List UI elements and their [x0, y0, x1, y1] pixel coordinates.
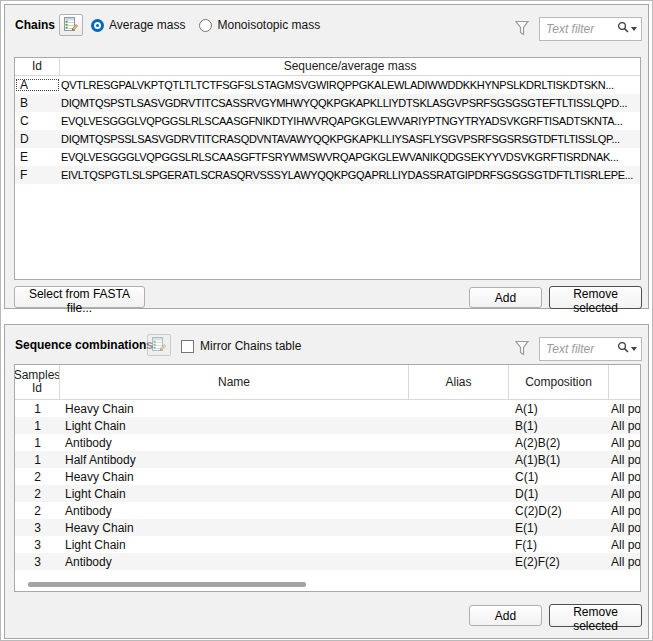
filter-funnel-icon[interactable]	[514, 20, 530, 40]
search-dropdown-button[interactable]	[617, 341, 641, 357]
chains-panel-title: Chains	[15, 18, 55, 32]
cell-name: Half Antibody	[60, 453, 409, 467]
chains-text-filter-input[interactable]	[540, 22, 617, 36]
monoisotopic-mass-radio[interactable]: Monoisotopic mass	[199, 18, 320, 32]
cell-samples-id: 1	[15, 402, 60, 416]
cell-composition: A(2)B(2)	[509, 436, 609, 450]
cell-id[interactable]: A	[15, 78, 60, 92]
cell-name: Light Chain	[60, 487, 409, 501]
chains-table: Id Sequence/average mass A QVTLRESGPALVK…	[14, 57, 641, 280]
table-row[interactable]: 2 Antibody C(2)D(2) All po	[15, 502, 640, 519]
cell-samples-id: 3	[15, 538, 60, 552]
monoisotopic-mass-label: Monoisotopic mass	[217, 18, 320, 32]
combinations-text-filter	[539, 337, 642, 361]
cell-name: Light Chain	[60, 538, 409, 552]
table-row[interactable]: 1 Antibody A(2)B(2) All po	[15, 434, 640, 451]
cell-sequence: QVTLRESGPALVKPTQTLTLTCTFSGFSLSTAGMSVGWIR…	[60, 79, 640, 91]
combinations-add-button[interactable]: Add	[469, 605, 542, 626]
chains-remove-selected-button[interactable]: Remove selected	[549, 286, 642, 309]
column-header-id[interactable]: Id	[15, 58, 60, 75]
cell-positions: All po	[609, 504, 640, 518]
cell-sequence: EVQLVESGGGLVQPGGSLRLSCAASGFTFSRYWMSWVRQA…	[60, 151, 640, 163]
search-icon	[617, 341, 630, 357]
column-header-samples-id[interactable]: Samples Id	[15, 365, 60, 399]
table-row[interactable]: 1 Half Antibody A(1)B(1) All po	[15, 451, 640, 468]
chains-table-header: Id Sequence/average mass	[15, 58, 640, 76]
select-from-fasta-button[interactable]: Select from FASTA file...	[14, 286, 145, 308]
edit-combinations-table-button[interactable]	[147, 334, 171, 356]
checkbox-unchecked-icon	[181, 340, 194, 353]
cell-sequence: EIVLTQSPGTLSLSPGERATLSCRASQRVSSSYLAWYQQK…	[60, 169, 640, 181]
combinations-table-header: Samples Id Name Alias Composition	[15, 365, 640, 400]
table-row[interactable]: D DIQMTQSPSSLSASVGDRVTITCRASQDVNTAVAWYQQ…	[15, 130, 640, 148]
mass-mode-radio-group: Average mass Monoisotopic mass	[91, 18, 320, 32]
search-dropdown-button[interactable]	[617, 21, 641, 37]
sequence-combinations-panel: Sequence combinations Mirror Chains tabl…	[4, 324, 649, 639]
table-row[interactable]: C EVQLVESGGGLVQPGGSLRLSCAASGFNIKDTYIHWVR…	[15, 112, 640, 130]
cell-name: Antibody	[60, 504, 409, 518]
cell-name: Light Chain	[60, 419, 409, 433]
cell-id[interactable]: F	[15, 168, 60, 182]
cell-samples-id: 3	[15, 521, 60, 535]
table-row[interactable]: 3 Antibody E(2)F(2) All po	[15, 553, 640, 570]
cell-samples-id: 2	[15, 504, 60, 518]
table-row[interactable]: 1 Light Chain B(1) All po	[15, 417, 640, 434]
cell-composition: F(1)	[509, 538, 609, 552]
cell-positions: All po	[609, 419, 640, 433]
column-header-positions[interactable]	[609, 365, 640, 399]
cell-id[interactable]: D	[15, 132, 60, 146]
radio-unselected-icon	[199, 19, 212, 32]
cell-samples-id: 2	[15, 487, 60, 501]
cell-positions: All po	[609, 538, 640, 552]
sequence-manager-window: { "colors": { "accent": "#0067c0", "pane…	[0, 0, 653, 641]
cell-composition: A(1)B(1)	[509, 453, 609, 467]
cell-name: Antibody	[60, 555, 409, 569]
column-header-sequence[interactable]: Sequence/average mass	[60, 58, 640, 75]
combinations-text-filter-input[interactable]	[540, 342, 617, 356]
cell-positions: All po	[609, 487, 640, 501]
cell-positions: All po	[609, 453, 640, 467]
chevron-down-icon	[631, 27, 637, 31]
combinations-table-rows: 1 Heavy Chain A(1) All po 1 Light Chain …	[15, 400, 640, 570]
cell-name: Heavy Chain	[60, 470, 409, 484]
table-row[interactable]: 3 Light Chain F(1) All po	[15, 536, 640, 553]
radio-selected-icon	[91, 19, 104, 32]
filter-funnel-icon[interactable]	[514, 340, 530, 360]
chains-text-filter	[539, 17, 642, 41]
edit-chains-table-button[interactable]	[59, 14, 83, 36]
average-mass-radio[interactable]: Average mass	[91, 18, 185, 32]
table-row[interactable]: A QVTLRESGPALVKPTQTLTLTCTFSGFSLSTAGMSVGW…	[15, 76, 640, 94]
cell-positions: All po	[609, 521, 640, 535]
cell-positions: All po	[609, 470, 640, 484]
mirror-chains-checkbox[interactable]: Mirror Chains table	[181, 339, 301, 353]
horizontal-scrollbar-thumb[interactable]	[28, 582, 306, 587]
cell-positions: All po	[609, 555, 640, 569]
column-header-alias[interactable]: Alias	[409, 365, 509, 399]
cell-id[interactable]: E	[15, 150, 60, 164]
chains-add-button[interactable]: Add	[469, 287, 542, 308]
cell-id[interactable]: C	[15, 114, 60, 128]
table-row[interactable]: 1 Heavy Chain A(1) All po	[15, 400, 640, 417]
cell-name: Antibody	[60, 436, 409, 450]
column-header-name[interactable]: Name	[60, 365, 409, 399]
cell-composition: E(1)	[509, 521, 609, 535]
cell-samples-id: 1	[15, 453, 60, 467]
table-row[interactable]: B DIQMTQSPSTLSASVGDRVTITCSASSRVGYMHWYQQK…	[15, 94, 640, 112]
cell-composition: C(2)D(2)	[509, 504, 609, 518]
combinations-table: Samples Id Name Alias Composition 1 Heav…	[14, 364, 641, 592]
cell-name: Heavy Chain	[60, 521, 409, 535]
column-header-composition[interactable]: Composition	[509, 365, 609, 399]
combinations-remove-selected-button[interactable]: Remove selected	[549, 604, 642, 627]
mirror-chains-label: Mirror Chains table	[200, 339, 301, 353]
cell-name: Heavy Chain	[60, 402, 409, 416]
table-row[interactable]: 2 Light Chain D(1) All po	[15, 485, 640, 502]
table-row[interactable]: F EIVLTQSPGTLSLSPGERATLSCRASQRVSSSYLAWYQ…	[15, 166, 640, 184]
table-row[interactable]: E EVQLVESGGGLVQPGGSLRLSCAASGFTFSRYWMSWVR…	[15, 148, 640, 166]
table-row[interactable]: 3 Heavy Chain E(1) All po	[15, 519, 640, 536]
combinations-panel-title: Sequence combinations	[15, 338, 153, 352]
cell-positions: All po	[609, 402, 640, 416]
cell-id[interactable]: B	[15, 96, 60, 110]
cell-composition: D(1)	[509, 487, 609, 501]
table-row[interactable]: 2 Heavy Chain C(1) All po	[15, 468, 640, 485]
cell-samples-id: 3	[15, 555, 60, 569]
